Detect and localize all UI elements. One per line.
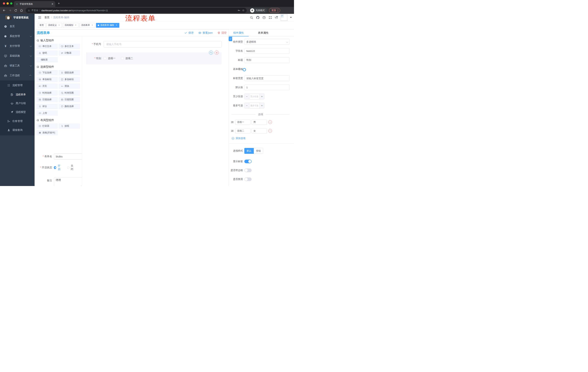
breadcrumb-home[interactable]: 首页 [44, 16, 50, 19]
reload-icon[interactable] [14, 9, 17, 12]
palette-item-editor[interactable]: 编辑器 [36, 57, 58, 63]
status-on-radio[interactable]: 开启 [54, 164, 62, 171]
sidebar-item-user-groups[interactable]: 用户分组 [0, 99, 35, 108]
remove-option-icon[interactable] [268, 120, 272, 124]
component-type-select[interactable] [244, 39, 290, 45]
palette-item-color-picker[interactable]: 颜色选择 [59, 104, 80, 109]
close-icon[interactable] [74, 24, 77, 27]
palette-item-date-picker[interactable]: 日期选择 [36, 97, 58, 102]
slider-handle[interactable] [243, 68, 246, 71]
home-icon[interactable] [20, 9, 23, 12]
sidebar-item-home[interactable]: 首页 [0, 21, 35, 31]
tag-process-model[interactable]: 流程模型 [63, 23, 79, 28]
browser-tab[interactable]: 芋道管理系统 ✕ [14, 1, 55, 7]
palette-item-checkbox-group[interactable]: 多选框组 [59, 77, 80, 82]
decrease-button[interactable]: − [244, 94, 249, 99]
window-maximize-button[interactable] [10, 2, 12, 5]
forward-icon[interactable] [8, 9, 12, 12]
gender-option2-checkbox[interactable]: 选项二 [121, 57, 133, 60]
add-option-link[interactable]: 添加选项 [231, 137, 290, 140]
window-close-button[interactable] [3, 2, 5, 5]
show-label-toggle[interactable] [244, 159, 252, 163]
font-size-icon[interactable]: TT [275, 16, 278, 20]
form-remark-textarea[interactable]: 嘿嘿 [54, 177, 82, 186]
security-warning-icon[interactable]: ⚠ [28, 9, 30, 12]
close-icon[interactable] [91, 24, 94, 27]
delete-field-button[interactable] [215, 51, 219, 55]
sidebar-item-workflow[interactable]: 工作流程 [0, 71, 35, 80]
palette-item-rate[interactable]: 评分 [36, 104, 58, 109]
status-off-radio[interactable]: 关闭 [67, 164, 75, 171]
decrease-button[interactable]: − [244, 103, 249, 108]
tab-form-props[interactable]: 表单属性 [251, 29, 276, 36]
phone-input[interactable] [104, 41, 221, 47]
sidebar-item-devtools[interactable]: 研发工具 [0, 61, 35, 71]
disabled-toggle[interactable] [244, 177, 252, 181]
search-icon[interactable] [250, 16, 253, 19]
tag-process-definition[interactable]: 流程定义 [46, 23, 62, 28]
canvas-field-gender-selected[interactable]: 性别 选项一 选项二 [86, 53, 221, 64]
sidebar-item-process-form[interactable]: 流程表单 [0, 90, 35, 99]
default-value-input[interactable] [244, 85, 290, 90]
style-button-button[interactable]: 按钮 [254, 148, 263, 154]
palette-item-button[interactable]: 按钮 [59, 123, 80, 129]
palette-item-date-range[interactable]: 日期范围 [59, 97, 80, 102]
palette-item-counter[interactable]: 123计数器 [59, 50, 80, 56]
title-input[interactable] [244, 57, 290, 63]
duplicate-field-button[interactable] [209, 51, 213, 55]
address-bar[interactable]: ⚠ 不安全 dashboard.yudao.iocoder.cn/bpm/man… [26, 8, 247, 13]
palette-item-single-text[interactable]: 单行文本 [36, 44, 58, 49]
tag-process-form[interactable]: 流程表单 [80, 23, 95, 28]
gender-option1-checkbox[interactable]: 选项一 [104, 57, 116, 60]
sidebar-item-task-mgmt[interactable]: 任务管理 [0, 117, 35, 126]
form-name-input[interactable] [54, 153, 82, 159]
sidebar-item-payment[interactable]: ¥ 支付管理 [0, 41, 35, 51]
drag-sliders-icon[interactable] [231, 121, 234, 124]
drag-handle-link[interactable] [229, 37, 232, 41]
back-icon[interactable] [2, 9, 6, 12]
view-json-button[interactable]: 查看json [198, 31, 213, 35]
palette-item-row-container[interactable]: 行容器 [36, 123, 58, 129]
avatar[interactable] [281, 14, 287, 21]
min-select-value[interactable]: 至少应选 [249, 94, 259, 99]
option1-value-input[interactable] [252, 119, 267, 125]
tab-component-props[interactable]: 组件属性 [226, 29, 251, 36]
browser-update-button[interactable]: 更新 [269, 8, 280, 13]
style-default-button[interactable]: 默认 [244, 148, 254, 154]
window-minimize-button[interactable] [7, 2, 9, 5]
password-key-icon[interactable] [237, 9, 240, 12]
palette-item-time-range[interactable]: 时间范围 [59, 90, 80, 96]
canvas-field-phone[interactable]: 手机号 [82, 36, 229, 47]
remove-option-icon[interactable] [268, 129, 272, 133]
border-toggle[interactable] [244, 169, 252, 172]
increase-button[interactable]: + [259, 103, 264, 108]
palette-item-password[interactable]: 密码 [36, 50, 58, 56]
clear-button[interactable]: 清空 [217, 31, 227, 35]
palette-item-select[interactable]: 下拉选择 [36, 70, 58, 75]
sidebar-item-infra[interactable]: 基础设施 [0, 51, 35, 61]
sidebar-item-process-mgmt[interactable]: 流程管理 [0, 80, 35, 90]
url-text[interactable]: dashboard.yudao.iocoder.cn/bpm/manager/f… [41, 9, 108, 12]
label-width-input[interactable] [244, 75, 290, 81]
tab-close-icon[interactable]: ✕ [51, 2, 53, 5]
palette-item-time-picker[interactable]: 时间选择 [36, 90, 58, 96]
fullscreen-icon[interactable] [269, 16, 272, 19]
bookmark-star-icon[interactable]: ☆ [242, 9, 244, 12]
tag-home[interactable]: 首页 [38, 23, 45, 28]
field-name-input[interactable] [244, 48, 290, 54]
option2-value-input[interactable] [252, 128, 267, 134]
sidebar-item-system[interactable]: 系统管理 [0, 31, 35, 41]
avatar-caret-icon[interactable] [290, 17, 292, 18]
palette-item-switch[interactable]: 开关 [36, 84, 58, 89]
option1-label-input[interactable] [235, 119, 251, 125]
max-select-value[interactable]: 最多可选 [249, 103, 259, 108]
sidebar-collapse-icon[interactable] [38, 16, 42, 19]
github-icon[interactable] [256, 16, 260, 19]
palette-item-table[interactable]: 表格[开发中] [36, 130, 58, 135]
close-icon[interactable] [58, 24, 60, 27]
palette-item-textarea[interactable]: 多行文本 [59, 44, 80, 49]
palette-item-cascader[interactable]: 级联选择 [59, 70, 80, 75]
close-icon[interactable] [115, 24, 118, 27]
tag-process-form-edit[interactable]: 流程表单-编辑 [96, 23, 119, 28]
palette-item-radio-group[interactable]: 单选框组 [36, 77, 58, 82]
